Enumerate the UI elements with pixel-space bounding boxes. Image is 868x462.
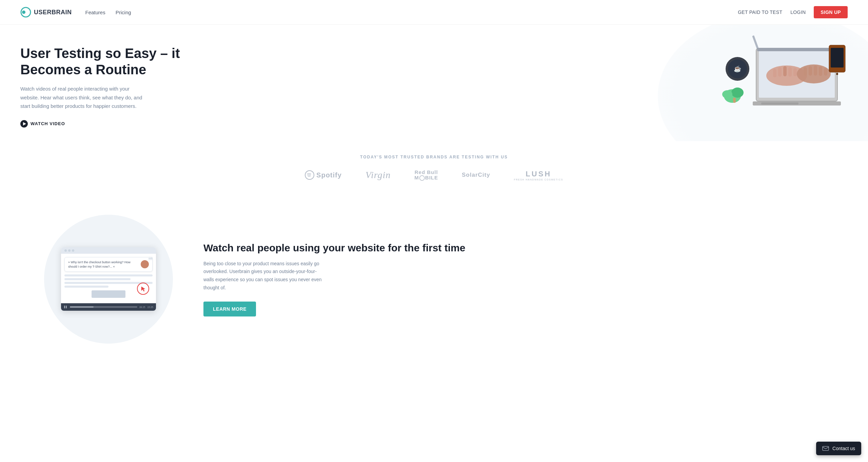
svg-rect-10 <box>733 98 736 103</box>
chat-text: » Why isn't the checkout button working?… <box>68 260 139 269</box>
video-time-current: 08:25 <box>139 306 145 308</box>
hero-content: User Testing so Easy – it Becomes a Rout… <box>20 45 190 128</box>
feature-title: Watch real people using your website for… <box>203 242 848 254</box>
svg-point-8 <box>731 88 744 98</box>
hero-image: ☕ <box>709 28 851 116</box>
nav-links: Features Pricing <box>85 9 738 15</box>
video-progress[interactable] <box>70 306 137 308</box>
svg-rect-26 <box>819 66 822 76</box>
logo-icon <box>20 7 31 18</box>
brand-name: USERBRAIN <box>34 9 72 16</box>
content-line-4 <box>64 286 108 288</box>
btn-placeholder <box>92 290 125 298</box>
signup-button[interactable]: SIGN UP <box>814 6 848 18</box>
navbar: USERBRAIN Features Pricing GET PAID TO T… <box>0 0 868 25</box>
menu-line-2 <box>149 258 153 259</box>
nav-actions: GET PAID TO TEST LOGIN SIGN UP <box>738 6 848 18</box>
browser-content: » Why isn't the checkout button working?… <box>61 254 156 303</box>
brands-logos: Spotify Virgin Red Bull M◯BILE SolarCity… <box>20 170 848 181</box>
play-icon <box>20 120 28 128</box>
svg-rect-18 <box>773 69 776 77</box>
svg-rect-23 <box>804 67 807 76</box>
feature-visual: » Why isn't the checkout button working?… <box>41 215 176 344</box>
chat-bubble: » Why isn't the checkout button working?… <box>64 257 153 272</box>
content-line-2 <box>64 278 131 280</box>
spotify-logo: Spotify <box>305 170 342 180</box>
video-controls: 08:25 15:25 <box>61 303 156 311</box>
browser-mockup: » Why isn't the checkout button working?… <box>61 247 156 311</box>
virgin-label: Virgin <box>366 170 391 180</box>
feature-illustration: » Why isn't the checkout button working?… <box>44 215 173 344</box>
svg-rect-34 <box>66 306 67 308</box>
cursor-icon <box>137 283 149 295</box>
feature-description: Being too close to your product means is… <box>203 260 326 292</box>
svg-text:☕: ☕ <box>734 65 742 73</box>
svg-point-9 <box>722 90 732 98</box>
chat-avatar <box>141 260 149 268</box>
svg-rect-22 <box>793 68 797 76</box>
feature-content: Watch real people using your website for… <box>203 242 848 316</box>
spotify-label: Spotify <box>316 171 342 179</box>
solarcity-logo: SolarCity <box>462 172 490 178</box>
lush-logo: LUSH FRESH HANDMADE COSMETICS <box>514 170 563 181</box>
browser-dot-2 <box>68 249 71 252</box>
menu-icon <box>149 257 153 260</box>
login-link[interactable]: LOGIN <box>790 9 806 15</box>
svg-rect-25 <box>814 65 817 76</box>
menu-line-3 <box>149 259 153 260</box>
learn-more-button[interactable]: LEARN MORE <box>203 302 256 316</box>
watch-video-label: WATCH VIDEO <box>31 121 65 126</box>
svg-rect-21 <box>788 67 792 77</box>
svg-rect-29 <box>831 48 844 68</box>
browser-dot-1 <box>64 249 67 252</box>
svg-rect-19 <box>778 67 782 77</box>
lush-subtext: FRESH HANDMADE COSMETICS <box>514 178 563 181</box>
hero-subtitle: Watch videos of real people interacting … <box>20 84 146 111</box>
video-time-total: 15:25 <box>147 306 153 308</box>
play-pause-button[interactable] <box>64 305 68 309</box>
svg-rect-33 <box>64 306 65 308</box>
nav-features[interactable]: Features <box>85 9 105 15</box>
hero-title: User Testing so Easy – it Becomes a Rout… <box>20 45 190 78</box>
svg-rect-15 <box>761 102 798 104</box>
svg-point-30 <box>836 73 838 75</box>
nav-pricing[interactable]: Pricing <box>116 9 131 15</box>
brands-label: TODAY'S MOST TRUSTED BRANDS ARE TESTING … <box>20 155 848 159</box>
redbull-label: Red Bull M◯BILE <box>414 170 438 181</box>
spotify-icon <box>305 170 314 180</box>
hero-section: User Testing so Easy – it Becomes a Rout… <box>0 25 868 141</box>
svg-rect-13 <box>757 48 836 51</box>
virgin-logo: Virgin <box>366 170 391 180</box>
content-line-1 <box>64 274 153 276</box>
logo-link[interactable]: USERBRAIN <box>20 7 72 18</box>
svg-rect-20 <box>783 66 787 76</box>
lush-label: LUSH FRESH HANDMADE COSMETICS <box>514 170 563 181</box>
feature-section: » Why isn't the checkout button working?… <box>0 194 868 371</box>
browser-dot-3 <box>72 249 74 252</box>
menu-line-1 <box>149 257 153 258</box>
redbull-logo: Red Bull M◯BILE <box>414 170 438 181</box>
brands-section: TODAY'S MOST TRUSTED BRANDS ARE TESTING … <box>0 141 868 194</box>
svg-rect-27 <box>824 68 827 76</box>
progress-fill <box>70 306 94 308</box>
solarcity-label: SolarCity <box>462 172 490 178</box>
hero-illustration: ☕ <box>709 28 851 116</box>
get-paid-link[interactable]: GET PAID TO TEST <box>738 9 782 15</box>
svg-point-1 <box>22 11 25 14</box>
browser-bar <box>61 247 156 254</box>
svg-rect-24 <box>809 66 812 76</box>
watch-video-button[interactable]: WATCH VIDEO <box>20 120 190 128</box>
